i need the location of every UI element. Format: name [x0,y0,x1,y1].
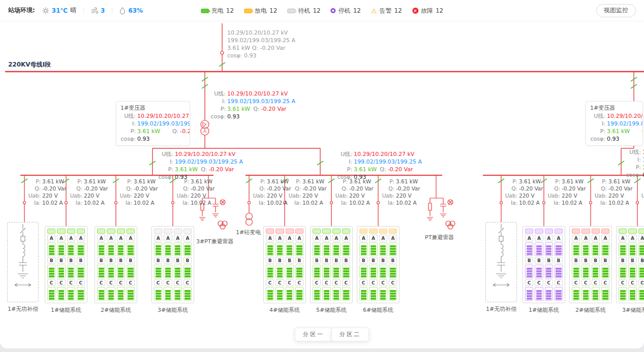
battery-cell-b: B [581,257,590,264]
gauge-bar [333,250,339,252]
gauge-bar [68,248,74,250]
gauge-bar [185,268,190,270]
battery-gauge [638,265,644,278]
battery-column: ABC [601,229,609,301]
gauge-bar [620,253,626,255]
storage-system[interactable]: ABCABCABCABC3#储能系统 [151,226,194,314]
battery-gauge [286,242,294,256]
gauge-bar [536,275,542,277]
battery-status-cell [628,229,636,234]
storage-system[interactable]: ABCABCABCABC2#储能系统 [95,226,137,314]
battery-cell-c: C [379,279,387,286]
battery-column: ABC [47,229,55,301]
gauge-bar [108,268,114,270]
storage-system-label: 1#储能系统 [523,306,565,314]
battery-column: ABC [67,229,75,301]
battery-gauge [369,242,377,256]
gauge-bar [185,245,190,247]
legend-charge[interactable]: 充电12 [201,7,234,15]
gauge-bar [536,268,542,270]
battery-cell-a: A [379,235,387,241]
battery-cell-c: C [619,279,627,286]
gauge-bar [49,275,54,277]
current-row: I:199.02/199.03/199.25 A [208,98,295,105]
view-monitor-button[interactable]: 视图监控 [596,4,636,17]
feeder-measure-row: Ia:10.02 A [69,199,108,206]
storage-system[interactable]: ABCABCABCABC1#储能系统 [523,226,565,314]
gauge-bar [371,245,376,247]
battery-gauge [628,287,636,301]
battery-column: ABC [581,229,590,301]
gauge-bar [165,253,171,255]
gauge-bar [573,298,579,300]
legend-discharge[interactable]: 放电12 [244,7,277,15]
gauge-bar [546,275,551,277]
reactive-compensation[interactable]: 1#无功补偿 [7,222,39,313]
gauge-bar [175,298,180,300]
gauge-bar [68,268,74,270]
divider [112,8,112,14]
gauge-bar [602,270,608,272]
battery-cell-a: A [619,235,627,241]
gauge-bar [583,248,589,250]
storage-system[interactable]: ABCABCABCABC1#储能系统 [45,226,87,314]
battery-cell-a: A [107,235,115,241]
gauge-bar [296,245,302,247]
storage-system[interactable]: ABCABCABCABC2#储能系统 [569,226,612,314]
feeder-measure-row: Uab:220 V [547,192,586,199]
gauge-bar [324,293,329,295]
feeder-measure-row: Q:-0.20 Var [119,185,158,192]
gauge-bar [99,275,104,277]
gauge-bar [175,293,180,295]
gauge-bar [118,273,124,275]
gauge-bar [593,275,598,277]
storage-system[interactable]: ABCABCABCABC6#储能系统 [357,226,400,314]
legend-standby[interactable]: 待机12 [287,7,320,15]
reactive-compensation[interactable]: 1#无功补偿 [485,222,517,313]
storage-system-label: 4#储能系统 [263,306,306,314]
battery-cell-c: C [107,279,115,286]
gauge-bar [68,298,74,300]
gauge-bar [527,250,532,252]
u-line-row: U线:10.29/10.20/10.27 kV [624,148,644,156]
gauge-bar [583,273,589,275]
gauge-bar [314,270,320,272]
storage-system[interactable]: ABCABCABCABC3#储能系统 [616,226,644,314]
zone-one-button[interactable]: 分区一 [295,328,332,341]
battery-gauge [332,242,341,256]
battery-gauge [581,287,590,301]
battery-gauge [97,242,105,256]
gauge-bar [267,293,273,295]
gauge-bar [267,248,273,250]
gauge-bar [287,248,292,250]
main-wires [5,23,644,175]
battery-cell-a: A [164,235,172,241]
gauge-bar [556,298,561,300]
storage-system[interactable]: ABCABCABCABC4#储能系统 [263,226,306,314]
battery-cell-b: B [275,257,284,264]
battery-gauge [379,265,387,278]
gauge-bar [175,275,180,277]
wind-value: 3 [101,7,105,14]
storage-system-label: 5#储能系统 [310,306,353,314]
battery-status-cell [107,229,115,234]
battery-status-cell [117,229,125,234]
branch-measurements: U线:10.29/10.20/10.27 kVI:199.02/199.03/1… [208,90,295,120]
zone-two-button[interactable]: 分区二 [331,328,369,341]
feeder-measure-row: Ia:10.02 A [381,199,420,206]
gauge-bar [58,250,64,252]
legend-alarm[interactable]: ⚠告警12 [371,7,402,15]
gauge-bar [333,298,339,300]
storage-system[interactable]: ABCABCABCABC5#储能系统 [310,226,353,314]
battery-status-cell [545,229,553,234]
battery-cell-a: A [369,235,377,241]
legend-fault[interactable]: ×故障12 [412,7,443,15]
battery-column: ABC [77,229,85,301]
legend-stopped[interactable]: 停机12 [331,7,361,15]
gauge-bar [620,250,626,252]
gauge-bar [156,250,161,252]
gauge-bar [185,273,190,275]
battery-cell-a: A [286,235,294,241]
battery-cell-b: B [572,257,580,264]
gauge-bar [593,293,598,295]
